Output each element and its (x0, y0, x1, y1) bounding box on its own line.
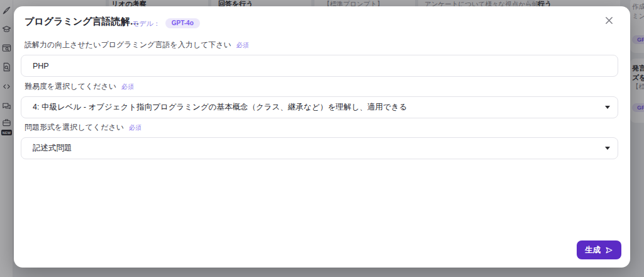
required-badge: 必須 (121, 83, 134, 90)
difficulty-select[interactable]: 4: 中級レベル - オブジェクト指向プログラミングの基本概念（クラス、継承など… (21, 96, 618, 118)
required-badge: 必須 (236, 42, 249, 48)
chevron-down-icon (605, 106, 610, 109)
language-input[interactable] (21, 55, 618, 77)
chevron-down-icon (605, 147, 610, 150)
field-label-text: 問題形式を選択してください (25, 123, 124, 132)
question-format-select[interactable]: 記述式問題 (21, 137, 618, 159)
generate-button-label: 生成 (585, 245, 601, 256)
field-label: 読解力の向上させたいプログラミング言語を入力して下さい必須 (25, 40, 618, 50)
model-badge: GPT-4o (165, 18, 200, 28)
screen: リオの考察 回答を行う 【標準プロンプト】 アンケートについて様々な視点から傾向… (0, 0, 644, 277)
field-label-text: 難易度を選択してください (25, 82, 116, 91)
required-badge: 必須 (129, 124, 142, 131)
field-group-language: 読解力の向上させたいプログラミング言語を入力して下さい必須 (21, 40, 618, 77)
field-label: 問題形式を選択してください必須 (25, 122, 618, 133)
close-icon (604, 16, 614, 25)
modal-dialog: プログラミング言語読解… モデル： GPT-4o 読解力の向上させたいプログラミ… (14, 6, 630, 268)
modal-title: プログラミング言語読解… (25, 16, 139, 28)
close-button[interactable] (603, 14, 614, 26)
generate-button[interactable]: 生成 (577, 240, 621, 259)
field-label: 難易度を選択してください必須 (25, 81, 618, 92)
question-format-select-value: 記述式問題 (33, 143, 600, 154)
field-group-difficulty: 難易度を選択してください必須 4: 中級レベル - オブジェクト指向プログラミン… (21, 81, 618, 118)
field-label-text: 読解力の向上させたいプログラミング言語を入力して下さい (25, 40, 231, 49)
field-group-question-format: 問題形式を選択してください必須 記述式問題 (21, 122, 618, 159)
model-row: モデル： GPT-4o (132, 18, 200, 28)
difficulty-select-value: 4: 中級レベル - オブジェクト指向プログラミングの基本概念（クラス、継承など… (33, 102, 600, 113)
model-label: モデル： (132, 19, 160, 28)
send-icon (605, 246, 613, 254)
